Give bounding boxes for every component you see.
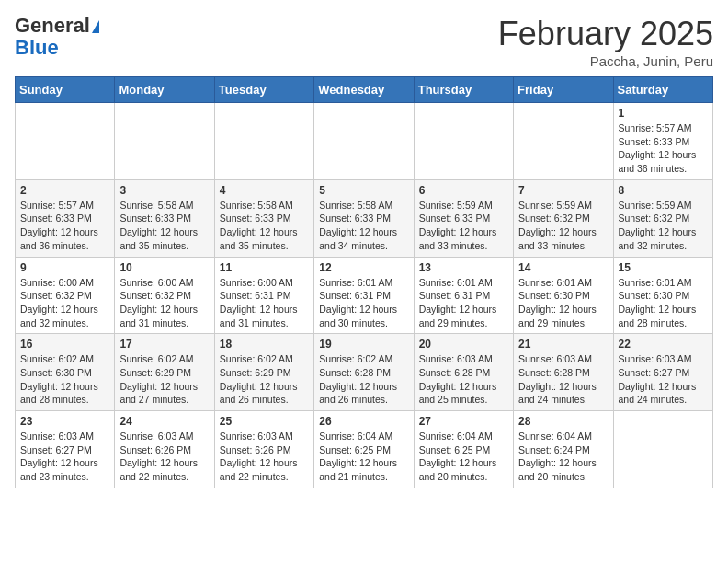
day-info: Sunrise: 6:03 AM Sunset: 6:27 PM Dayligh… — [20, 430, 109, 484]
day-number: 23 — [20, 415, 109, 428]
day-cell: 23Sunrise: 6:03 AM Sunset: 6:27 PM Dayli… — [16, 411, 115, 488]
day-number: 11 — [220, 261, 309, 274]
day-info: Sunrise: 6:02 AM Sunset: 6:30 PM Dayligh… — [20, 352, 109, 407]
day-number: 4 — [220, 184, 309, 197]
day-cell — [314, 103, 414, 180]
day-number: 26 — [319, 415, 408, 428]
day-info: Sunrise: 5:57 AM Sunset: 6:33 PM Dayligh… — [619, 121, 708, 176]
week-row-5: 23Sunrise: 6:03 AM Sunset: 6:27 PM Dayli… — [16, 411, 713, 488]
day-cell: 18Sunrise: 6:02 AM Sunset: 6:29 PM Dayli… — [214, 334, 313, 411]
day-number: 9 — [20, 261, 109, 274]
day-cell: 12Sunrise: 6:01 AM Sunset: 6:31 PM Dayli… — [314, 257, 414, 334]
day-cell: 27Sunrise: 6:04 AM Sunset: 6:25 PM Dayli… — [414, 411, 513, 488]
day-cell — [514, 103, 613, 180]
day-number: 27 — [419, 415, 508, 428]
day-number: 24 — [119, 415, 209, 428]
day-cell: 14Sunrise: 6:01 AM Sunset: 6:30 PM Dayli… — [514, 257, 613, 334]
day-cell: 22Sunrise: 6:03 AM Sunset: 6:27 PM Dayli… — [613, 334, 712, 411]
day-number: 25 — [220, 415, 309, 428]
day-number: 7 — [518, 184, 608, 197]
day-info: Sunrise: 6:00 AM Sunset: 6:32 PM Dayligh… — [20, 276, 109, 330]
day-info: Sunrise: 5:58 AM Sunset: 6:33 PM Dayligh… — [319, 199, 408, 253]
location: Paccha, Junin, Peru — [498, 53, 713, 69]
day-info: Sunrise: 6:01 AM Sunset: 6:31 PM Dayligh… — [419, 276, 508, 330]
day-number: 15 — [619, 261, 708, 274]
day-info: Sunrise: 5:59 AM Sunset: 6:32 PM Dayligh… — [619, 199, 708, 253]
day-cell: 21Sunrise: 6:03 AM Sunset: 6:28 PM Dayli… — [514, 334, 613, 411]
day-cell: 1Sunrise: 5:57 AM Sunset: 6:33 PM Daylig… — [613, 103, 712, 180]
day-cell: 6Sunrise: 5:59 AM Sunset: 6:33 PM Daylig… — [414, 179, 513, 257]
week-row-3: 9Sunrise: 6:00 AM Sunset: 6:32 PM Daylig… — [16, 257, 713, 334]
day-cell: 8Sunrise: 5:59 AM Sunset: 6:32 PM Daylig… — [613, 179, 712, 257]
day-number: 14 — [518, 261, 608, 274]
day-cell: 20Sunrise: 6:03 AM Sunset: 6:28 PM Dayli… — [414, 334, 513, 411]
day-info: Sunrise: 6:03 AM Sunset: 6:28 PM Dayligh… — [419, 352, 508, 407]
day-info: Sunrise: 6:03 AM Sunset: 6:28 PM Dayligh… — [518, 352, 608, 407]
day-cell — [613, 411, 712, 488]
day-number: 3 — [119, 184, 209, 197]
day-info: Sunrise: 6:02 AM Sunset: 6:29 PM Dayligh… — [220, 352, 309, 407]
day-info: Sunrise: 6:03 AM Sunset: 6:26 PM Dayligh… — [220, 430, 309, 484]
day-number: 20 — [419, 338, 508, 350]
day-cell: 7Sunrise: 5:59 AM Sunset: 6:32 PM Daylig… — [514, 179, 613, 257]
day-number: 18 — [220, 338, 309, 350]
day-info: Sunrise: 6:03 AM Sunset: 6:26 PM Dayligh… — [119, 430, 209, 484]
week-row-4: 16Sunrise: 6:02 AM Sunset: 6:30 PM Dayli… — [16, 334, 713, 411]
day-info: Sunrise: 6:00 AM Sunset: 6:31 PM Dayligh… — [220, 276, 309, 330]
day-info: Sunrise: 6:00 AM Sunset: 6:32 PM Dayligh… — [119, 276, 209, 330]
day-number: 1 — [619, 107, 708, 120]
day-cell — [16, 103, 115, 180]
day-cell: 16Sunrise: 6:02 AM Sunset: 6:30 PM Dayli… — [16, 334, 115, 411]
day-info: Sunrise: 6:01 AM Sunset: 6:31 PM Dayligh… — [319, 276, 408, 330]
day-cell — [115, 103, 214, 180]
day-cell: 17Sunrise: 6:02 AM Sunset: 6:29 PM Dayli… — [115, 334, 214, 411]
weekday-header-sunday: Sunday — [16, 77, 115, 103]
week-row-1: 1Sunrise: 5:57 AM Sunset: 6:33 PM Daylig… — [16, 103, 713, 180]
day-cell: 10Sunrise: 6:00 AM Sunset: 6:32 PM Dayli… — [115, 257, 214, 334]
day-cell: 11Sunrise: 6:00 AM Sunset: 6:31 PM Dayli… — [214, 257, 313, 334]
page-header: General Blue February 2025 Paccha, Junin… — [15, 15, 713, 69]
logo: General Blue — [15, 15, 99, 59]
day-info: Sunrise: 5:58 AM Sunset: 6:33 PM Dayligh… — [119, 199, 209, 253]
day-cell: 25Sunrise: 6:03 AM Sunset: 6:26 PM Dayli… — [214, 411, 313, 488]
day-number: 16 — [20, 338, 109, 350]
day-number: 21 — [518, 338, 608, 350]
day-number: 10 — [119, 261, 209, 274]
logo-blue: Blue — [15, 36, 59, 59]
weekday-header-friday: Friday — [514, 77, 613, 103]
day-number: 13 — [419, 261, 508, 274]
day-cell: 4Sunrise: 5:58 AM Sunset: 6:33 PM Daylig… — [214, 179, 313, 257]
day-cell: 5Sunrise: 5:58 AM Sunset: 6:33 PM Daylig… — [314, 179, 414, 257]
day-info: Sunrise: 6:04 AM Sunset: 6:24 PM Dayligh… — [518, 430, 608, 484]
logo-general: General — [15, 14, 90, 37]
day-info: Sunrise: 5:59 AM Sunset: 6:33 PM Dayligh… — [419, 199, 508, 253]
day-cell: 28Sunrise: 6:04 AM Sunset: 6:24 PM Dayli… — [514, 411, 613, 488]
day-info: Sunrise: 6:03 AM Sunset: 6:27 PM Dayligh… — [619, 352, 708, 407]
day-number: 22 — [619, 338, 708, 350]
weekday-header-tuesday: Tuesday — [214, 77, 313, 103]
day-number: 19 — [319, 338, 408, 350]
day-cell: 3Sunrise: 5:58 AM Sunset: 6:33 PM Daylig… — [115, 179, 214, 257]
day-info: Sunrise: 5:57 AM Sunset: 6:33 PM Dayligh… — [20, 199, 109, 253]
day-cell: 2Sunrise: 5:57 AM Sunset: 6:33 PM Daylig… — [16, 179, 115, 257]
day-cell: 9Sunrise: 6:00 AM Sunset: 6:32 PM Daylig… — [16, 257, 115, 334]
day-number: 12 — [319, 261, 408, 274]
day-cell: 13Sunrise: 6:01 AM Sunset: 6:31 PM Dayli… — [414, 257, 513, 334]
day-info: Sunrise: 6:02 AM Sunset: 6:29 PM Dayligh… — [119, 352, 209, 407]
week-row-2: 2Sunrise: 5:57 AM Sunset: 6:33 PM Daylig… — [16, 179, 713, 257]
day-number: 8 — [619, 184, 708, 197]
day-info: Sunrise: 6:01 AM Sunset: 6:30 PM Dayligh… — [619, 276, 708, 330]
day-number: 17 — [119, 338, 209, 350]
weekday-header-thursday: Thursday — [414, 77, 513, 103]
day-info: Sunrise: 5:59 AM Sunset: 6:32 PM Dayligh… — [518, 199, 608, 253]
calendar-table: SundayMondayTuesdayWednesdayThursdayFrid… — [15, 76, 713, 488]
day-number: 5 — [319, 184, 408, 197]
day-cell: 26Sunrise: 6:04 AM Sunset: 6:25 PM Dayli… — [314, 411, 414, 488]
day-cell: 24Sunrise: 6:03 AM Sunset: 6:26 PM Dayli… — [115, 411, 214, 488]
day-cell — [414, 103, 513, 180]
day-info: Sunrise: 6:04 AM Sunset: 6:25 PM Dayligh… — [419, 430, 508, 484]
weekday-header-saturday: Saturday — [613, 77, 712, 103]
logo-icon — [92, 20, 99, 33]
day-cell: 15Sunrise: 6:01 AM Sunset: 6:30 PM Dayli… — [613, 257, 712, 334]
weekday-header-row: SundayMondayTuesdayWednesdayThursdayFrid… — [16, 77, 713, 103]
